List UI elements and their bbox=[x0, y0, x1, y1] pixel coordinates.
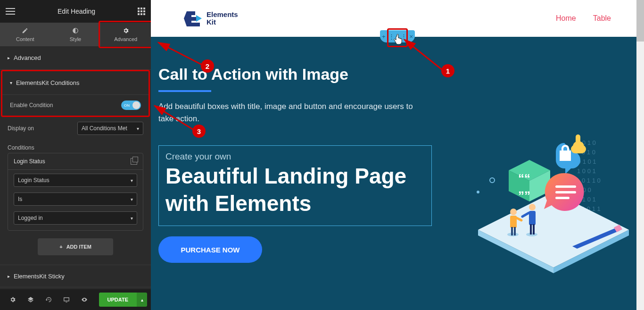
svg-point-12 bbox=[477, 191, 479, 193]
chevron-right-icon: ▸ bbox=[8, 274, 10, 279]
annotation-1: 1 bbox=[441, 64, 454, 77]
copy-icon[interactable] bbox=[131, 158, 137, 165]
condition-value-select[interactable]: Logged in▾ bbox=[14, 211, 137, 225]
close-icon[interactable]: × bbox=[410, 33, 413, 40]
vertical-scrollbar[interactable] bbox=[636, 0, 644, 310]
svg-text:0 1 1 0: 0 1 1 0 bbox=[582, 177, 601, 184]
sidebar-title: Edit Heading bbox=[58, 8, 95, 15]
section-sticky[interactable]: ▸ ElementsKit Sticky bbox=[0, 265, 151, 287]
plus-icon[interactable]: + bbox=[382, 33, 386, 40]
chevron-right-icon: ▸ bbox=[8, 55, 10, 60]
svg-rect-31 bbox=[530, 224, 532, 235]
annotation-2: 2 bbox=[201, 59, 214, 73]
pencil-icon bbox=[21, 27, 29, 34]
scrollbar-thumb[interactable] bbox=[636, 0, 644, 42]
contrast-icon bbox=[72, 27, 79, 34]
logo-mark-icon bbox=[184, 9, 203, 27]
editor-sidebar: Edit Heading Content Style Advanced ▸ Ad… bbox=[0, 0, 151, 310]
purchase-button[interactable]: PURCHASE NOW bbox=[158, 236, 262, 263]
svg-rect-26 bbox=[511, 227, 513, 235]
chevron-down-icon: ▾ bbox=[131, 197, 133, 202]
update-options-button[interactable]: ▴ bbox=[137, 293, 147, 307]
site-logo: ElementsKit bbox=[184, 9, 238, 27]
chevron-down-icon: ▾ bbox=[131, 216, 133, 221]
svg-text:„„: „„ bbox=[518, 182, 530, 196]
chevron-down-icon: ▾ bbox=[10, 80, 12, 85]
hero-illustration: 1 0 1 00 1 00 0 1 0 1 1 0 0 10 1 1 01 1 … bbox=[459, 131, 634, 282]
svg-rect-21 bbox=[555, 191, 576, 193]
annotation-3: 3 bbox=[192, 125, 206, 138]
tab-advanced[interactable]: Advanced bbox=[100, 23, 151, 46]
svg-point-25 bbox=[510, 209, 517, 215]
underline-decoration bbox=[158, 90, 211, 92]
condition-field-select[interactable]: Login Status▾ bbox=[14, 174, 137, 187]
toggle-knob-icon bbox=[132, 101, 140, 109]
section-conditions[interactable]: ▾ ElementsKit Conditions bbox=[2, 71, 149, 95]
nav-home[interactable]: Home bbox=[556, 14, 576, 23]
svg-rect-20 bbox=[555, 185, 576, 188]
gear-icon bbox=[122, 27, 130, 34]
hamburger-icon[interactable] bbox=[6, 8, 15, 15]
tabs: Content Style Advanced bbox=[0, 23, 151, 46]
add-item-button[interactable]: + ADD ITEM bbox=[38, 238, 113, 255]
svg-rect-22 bbox=[555, 197, 570, 199]
svg-rect-19 bbox=[576, 134, 580, 148]
condition-operator-select[interactable]: Is▾ bbox=[14, 193, 137, 206]
section-advanced[interactable]: ▸ Advanced bbox=[0, 46, 151, 70]
preview-button[interactable] bbox=[75, 289, 93, 310]
sidebar-header: Edit Heading bbox=[0, 0, 151, 23]
svg-point-30 bbox=[529, 204, 536, 210]
svg-rect-27 bbox=[514, 227, 516, 235]
nav-table[interactable]: Table bbox=[593, 14, 611, 23]
update-button[interactable]: UPDATE bbox=[99, 293, 137, 307]
widget-small-text: Create your own bbox=[165, 151, 425, 162]
svg-text:1 0 0 1: 1 0 0 1 bbox=[577, 168, 596, 175]
hero-section: + ⋮⋮⋮ × Call to Action with Image Add be… bbox=[151, 37, 644, 310]
sidebar-scroll[interactable]: ▸ Advanced ▾ ElementsKit Conditions Enab… bbox=[0, 46, 151, 289]
widget-heading: Beautiful Landing Pagewith Elements bbox=[165, 163, 425, 217]
preview-pane: ElementsKit Home Table + ⋮⋮⋮ × Call to A… bbox=[151, 0, 644, 310]
svg-point-11 bbox=[490, 178, 495, 183]
hero-description: Add beautiful boxes with title, image an… bbox=[158, 101, 422, 125]
chevron-down-icon: ▾ bbox=[131, 178, 133, 183]
display-on-label: Display on bbox=[8, 125, 34, 132]
selected-widget[interactable]: Create your own Beautiful Landing Pagewi… bbox=[158, 145, 432, 226]
cursor-hand-icon bbox=[394, 34, 403, 45]
condition-item: Login Status Login Status▾ Is▾ Logged in… bbox=[8, 153, 143, 231]
history-button[interactable] bbox=[40, 289, 58, 310]
tab-style[interactable]: Style bbox=[50, 23, 101, 46]
hero-heading: Call to Action with Image bbox=[158, 65, 644, 84]
svg-rect-32 bbox=[533, 224, 535, 235]
display-on-select[interactable]: All Conditions Met▾ bbox=[77, 122, 143, 135]
chevron-down-icon: ▾ bbox=[137, 126, 139, 131]
plus-icon: + bbox=[59, 244, 62, 250]
tab-content[interactable]: Content bbox=[0, 23, 50, 46]
sidebar-footer: UPDATE ▴ bbox=[0, 289, 151, 310]
condition-item-header[interactable]: Login Status bbox=[8, 153, 143, 169]
conditions-label: Conditions bbox=[8, 144, 34, 151]
conditions-highlight-box: ▾ ElementsKit Conditions Enable Conditio… bbox=[1, 70, 150, 117]
responsive-button[interactable] bbox=[58, 289, 75, 310]
apps-icon[interactable] bbox=[138, 8, 145, 15]
layers-button[interactable] bbox=[22, 289, 40, 310]
enable-condition-toggle[interactable]: ON bbox=[121, 101, 141, 110]
enable-condition-label: Enable Condition bbox=[10, 102, 53, 109]
settings-button[interactable] bbox=[4, 289, 22, 310]
